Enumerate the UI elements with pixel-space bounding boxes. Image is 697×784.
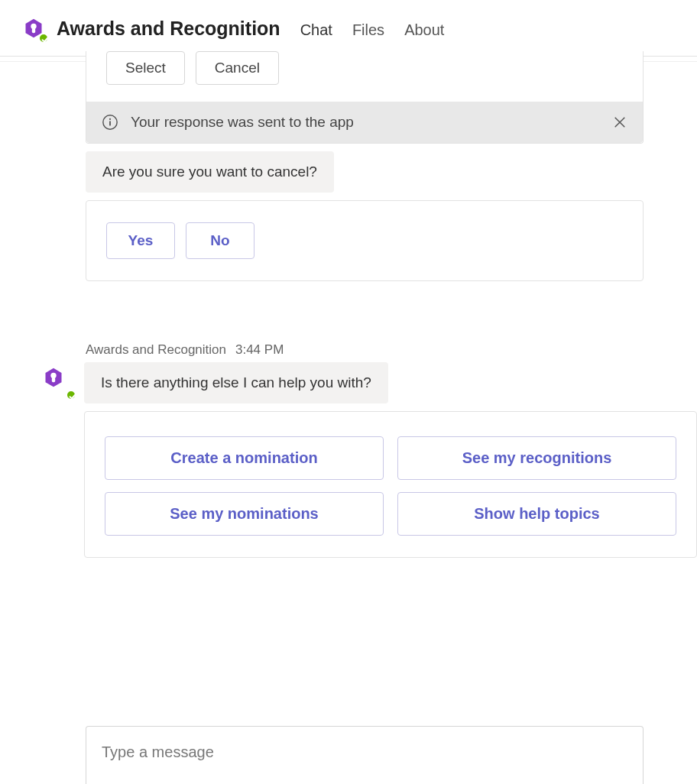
svg-point-7 [50,373,56,378]
tab-about[interactable]: About [404,18,444,54]
tab-chat[interactable]: Chat [300,18,332,54]
confirm-bubble: Are you sure you want to cancel? [86,151,334,193]
header-bar: Awards and Recognition Chat Files About [0,0,697,57]
svg-point-4 [109,118,111,120]
compose-input[interactable]: Type a message [86,726,644,784]
no-button[interactable]: No [186,222,254,259]
close-icon[interactable] [612,115,627,130]
see-recognitions-button[interactable]: See my recognitions [397,436,676,480]
status-available-icon [66,390,76,400]
confirm-options-card: Yes No [86,200,644,281]
svg-rect-2 [32,28,35,33]
tab-files[interactable]: Files [352,18,384,54]
app-avatar [23,18,46,40]
bot-avatar [43,367,73,397]
tabs: Chat Files About [300,11,445,47]
chat-area: Select Cancel Your response was sent to … [0,51,697,558]
show-help-topics-button[interactable]: Show help topics [397,492,676,536]
info-icon [102,114,118,131]
help-options-card: Create a nomination See my recognitions … [84,411,697,558]
select-button[interactable]: Select [106,51,185,85]
help-bubble: Is there anything else I can help you wi… [84,362,388,403]
cancel-button[interactable]: Cancel [196,51,279,85]
yes-button[interactable]: Yes [106,222,175,259]
svg-rect-8 [52,377,55,382]
svg-point-1 [31,23,36,28]
sender-name: Awards and Recognition [86,342,226,358]
create-nomination-button[interactable]: Create a nomination [105,436,384,480]
card-select-cancel: Select Cancel Your response was sent to … [86,51,644,144]
notice-text: Your response was sent to the app [131,114,354,131]
app-hex-icon [43,367,64,388]
svg-rect-5 [109,121,111,125]
status-available-icon [38,33,49,44]
notice-response-sent: Your response was sent to the app [86,102,643,143]
message-time: 3:44 PM [235,342,284,358]
message-meta: Awards and Recognition 3:44 PM [0,342,697,358]
see-nominations-button[interactable]: See my nominations [105,492,384,536]
app-title: Awards and Recognition [57,18,280,40]
